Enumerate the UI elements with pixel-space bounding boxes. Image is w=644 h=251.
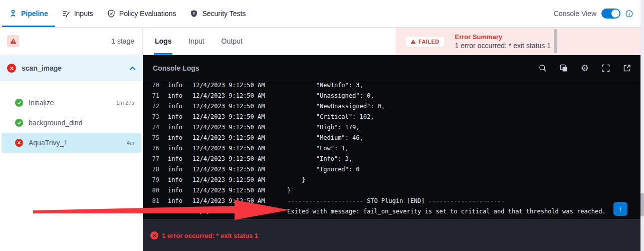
log-ln: 81 — [143, 196, 159, 206]
log-ln: 70 — [143, 82, 159, 91]
stage-row-scan-image[interactable]: scan_image — [0, 55, 143, 81]
tab-inputs-label: Inputs — [74, 10, 93, 18]
search-icon[interactable] — [539, 64, 547, 72]
log-msg: Exited with message: fail_on_severity is… — [287, 206, 606, 217]
open-in-new-icon[interactable] — [623, 64, 631, 72]
footer-error-bar: ✕ 1 error occurred: * exit status 1 — [143, 219, 644, 251]
log-line: 70info12/4/2023 9:12:50 AM "NewInfo": 3, — [143, 82, 644, 91]
log-line: 77info12/4/2023 9:12:50 AM "Info": 3, — [143, 154, 644, 164]
step-success-icon — [15, 119, 23, 127]
fullscreen-icon[interactable] — [602, 64, 610, 72]
page-scrollbar — [640, 0, 644, 251]
stage-sidebar: scan_image Initialize 1m 27s background_… — [0, 55, 143, 251]
console-view-toggle[interactable] — [601, 9, 620, 19]
step-name: Initialize — [29, 99, 111, 107]
footer-error-text: 1 error occurred: * exit status 1 — [162, 232, 258, 239]
log-msg: "Low": 1, — [287, 143, 349, 154]
log-lvl: info — [168, 175, 183, 185]
log-time: 12/4/2023 9:12:50 AM — [192, 175, 266, 185]
log-lvl: info — [168, 91, 183, 101]
tab-policy-evaluations[interactable]: Policy Evaluations — [100, 0, 183, 27]
failed-status-badge: FAILED — [406, 37, 444, 47]
step-list: Initialize 1m 27s background_dind AquaTr… — [0, 81, 143, 153]
tab-policy-evaluations-label: Policy Evaluations — [119, 10, 176, 18]
copy-icon[interactable] — [560, 64, 568, 72]
scroll-to-top-button[interactable]: ↑ — [613, 202, 627, 216]
log-msg: "Medium": 46, — [287, 133, 363, 143]
tab-logs[interactable]: Logs — [154, 27, 172, 55]
console-log-area[interactable]: 70info12/4/2023 9:12:50 AM "NewInfo": 3,… — [143, 82, 644, 219]
log-msg: "High": 179, — [287, 122, 360, 133]
log-lvl: info — [168, 185, 183, 196]
log-lvl: info — [168, 196, 183, 206]
error-summary-band: FAILED Error Summary 1 error occurred: *… — [396, 28, 644, 55]
log-ln: 80 — [143, 185, 159, 196]
page-scrollbar-thumb[interactable] — [640, 193, 644, 216]
stage-name: scan_image — [22, 64, 124, 72]
log-line: 79info12/4/2023 9:12:50 AM } — [143, 175, 644, 185]
log-lvl: info — [168, 112, 183, 122]
log-ln: 77 — [143, 154, 159, 164]
log-ln: 71 — [143, 91, 159, 101]
step-aquatrivy-1[interactable]: AquaTrivy_1 4m — [2, 133, 141, 153]
console-title: Console Logs — [153, 64, 539, 72]
step-name: AquaTrivy_1 — [29, 139, 121, 147]
log-ln: 79 — [143, 175, 159, 185]
tab-security-tests-label: Security Tests — [202, 10, 246, 18]
log-msg: "NewInfo": 3, — [287, 82, 363, 91]
step-initialize[interactable]: Initialize 1m 27s — [2, 93, 141, 113]
log-time: 12/4/2023 9:12:50 AM — [192, 196, 266, 206]
step-duration: 1m 27s — [116, 100, 134, 106]
settings-gear-icon[interactable]: ⚙ — [581, 64, 589, 72]
failed-badge-label: FAILED — [418, 39, 440, 45]
log-time: 12/4/2023 9:12:50 AM — [192, 206, 266, 217]
log-msg: } — [287, 185, 291, 196]
pipeline-icon — [9, 10, 17, 18]
secondary-header-row: 1 stage Logs Input Output FAILED Error S… — [0, 28, 644, 55]
log-line: 80info12/4/2023 9:12:50 AM} — [143, 185, 644, 196]
tab-pipeline[interactable]: Pipeline — [2, 0, 55, 27]
log-time: 12/4/2023 9:12:50 AM — [192, 133, 266, 143]
log-lvl: info — [168, 164, 183, 175]
console-view-label: Console View — [554, 10, 596, 18]
error-circle-icon: ✕ — [150, 231, 158, 239]
log-time: 12/4/2023 9:12:50 AM — [192, 154, 266, 164]
chevron-up-icon[interactable] — [129, 66, 136, 71]
log-time: 12/4/2023 9:12:50 AM — [192, 164, 266, 175]
info-icon[interactable] — [625, 10, 633, 18]
step-background-dind[interactable]: background_dind — [2, 113, 141, 133]
error-band-scrollbar[interactable] — [554, 29, 557, 53]
tab-output[interactable]: Output — [221, 27, 244, 55]
tab-input[interactable]: Input — [187, 27, 205, 55]
log-line: 75info12/4/2023 9:12:50 AM "Medium": 46, — [143, 133, 644, 143]
console-header: Console Logs ⚙ — [143, 55, 644, 81]
log-time: 12/4/2023 9:12:50 AM — [192, 101, 266, 112]
console-view-control: Console View — [554, 9, 633, 19]
tab-security-tests[interactable]: Security Tests — [183, 0, 253, 27]
log-line: 78info12/4/2023 9:12:50 AM "Ignored": 0 — [143, 164, 644, 175]
log-lvl: info — [168, 122, 183, 133]
log-line: 72info12/4/2023 9:12:50 AM "NewUnassigne… — [143, 101, 644, 112]
step-duration: 4m — [127, 140, 134, 146]
log-msg: "Critical": 102, — [287, 112, 374, 122]
log-msg: "Info": 3, — [287, 154, 352, 164]
log-lvl: info — [168, 101, 183, 112]
stage-failed-icon — [7, 64, 16, 73]
stage-count: 1 stage — [111, 37, 134, 45]
error-summary-texts: Error Summary 1 error occurred: * exit s… — [455, 33, 551, 50]
log-time: 12/4/2023 9:12:50 AM — [192, 122, 266, 133]
log-line: 73info12/4/2023 9:12:50 AM "Critical": 1… — [143, 112, 644, 122]
log-line: 81info12/4/2023 9:12:50 AM--------------… — [143, 196, 644, 206]
log-ln: 73 — [143, 112, 159, 122]
tab-inputs[interactable]: Inputs — [55, 0, 100, 27]
log-lvl: info — [168, 154, 183, 164]
stage-warning-icon[interactable] — [7, 35, 19, 47]
log-lvl: info — [168, 82, 183, 91]
log-line: 76info12/4/2023 9:12:50 AM "Low": 1, — [143, 143, 644, 154]
log-msg: "NewUnassigned": 0, — [287, 101, 385, 112]
console-log-lines: 70info12/4/2023 9:12:50 AM "NewInfo": 3,… — [143, 82, 644, 217]
step-success-icon — [15, 99, 23, 107]
top-nav-tabs: Pipeline Inputs Policy Evaluations — [2, 0, 554, 27]
console-toolbar: ⚙ — [539, 64, 631, 72]
policy-shield-check-icon — [107, 10, 115, 18]
